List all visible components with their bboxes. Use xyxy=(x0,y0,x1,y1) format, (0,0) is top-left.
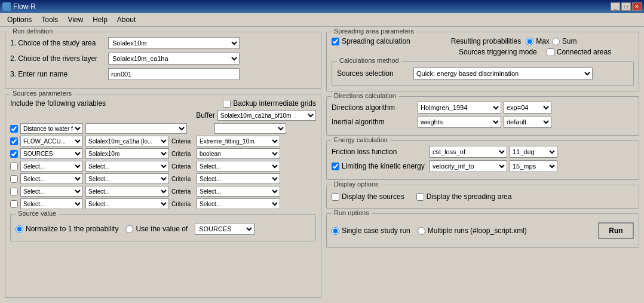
display-sources-checkbox[interactable] xyxy=(332,193,339,201)
limiting-checkbox[interactable] xyxy=(332,163,339,170)
inertial-algo-label: Inertial algorithm xyxy=(332,118,415,126)
inertial-algo-select1[interactable]: weights xyxy=(418,116,501,128)
spreading-calc-checkbox[interactable] xyxy=(332,38,339,45)
spreading-area-title: Spreading area parameters xyxy=(332,27,416,35)
source-col2-4[interactable]: Select... xyxy=(85,173,169,184)
menu-options[interactable]: Options xyxy=(2,14,36,25)
source-col1-3[interactable]: Select... xyxy=(20,161,83,172)
multiple-run-radio[interactable] xyxy=(418,227,425,235)
source-col1-2[interactable]: SOURCES xyxy=(20,148,83,159)
directions-algo-label: Directions algorithm xyxy=(332,103,415,112)
source-col1-0[interactable]: Distance to water flow xyxy=(20,123,83,134)
source-check-3[interactable] xyxy=(10,163,18,170)
source-crit-4[interactable]: Select... xyxy=(197,173,280,184)
source-col2-6[interactable]: Select... xyxy=(85,198,169,209)
source-value-title: Source value xyxy=(16,210,59,217)
energy-calc-title: Energy calculation xyxy=(332,136,390,143)
source-col1-4[interactable]: Select... xyxy=(20,173,83,184)
source-value-group: Source value Normalize to 1 the probabil… xyxy=(10,214,316,241)
directions-algo-select1[interactable]: Holmgren_1994 xyxy=(418,102,501,114)
sources-selection-select[interactable]: Quick: energy based discrimination xyxy=(413,68,593,79)
run-button[interactable]: Run xyxy=(598,222,634,239)
source-crit-2[interactable]: boolean xyxy=(197,148,280,159)
connected-areas-text: Connected areas xyxy=(557,48,611,56)
menu-tools[interactable]: Tools xyxy=(36,14,63,25)
menu-help[interactable]: Help xyxy=(88,14,112,25)
use-value-radio[interactable] xyxy=(125,225,133,233)
source-col2-3[interactable]: Select... xyxy=(85,161,169,172)
resulting-prob-label: Resulting probabilities xyxy=(451,37,521,45)
display-spreading-checkbox[interactable] xyxy=(416,193,424,201)
criteria-label-5: Criteria xyxy=(171,188,194,195)
display-row: Display the sources Display the spreadin… xyxy=(332,190,634,203)
source-row-6: Select... Select... Criteria Select... xyxy=(10,198,316,209)
max-radio[interactable] xyxy=(526,38,533,45)
display-sources-text: Display the sources xyxy=(342,192,404,201)
source-col1-1[interactable]: FLOW_ACCU... xyxy=(20,136,83,146)
use-value-radio-label: Use the value of xyxy=(125,225,188,233)
source-check-4[interactable] xyxy=(10,175,18,183)
inertial-algo-row: Inertial algorithm weights default xyxy=(332,116,634,128)
left-panel: Run definition 1. Choice of the study ar… xyxy=(5,32,321,298)
source-crit-6[interactable]: Select... xyxy=(197,198,280,209)
menu-view[interactable]: View xyxy=(63,14,88,25)
source-crit-5[interactable]: Select... xyxy=(197,186,280,197)
source-check-2[interactable] xyxy=(10,150,18,158)
sum-radio[interactable] xyxy=(552,38,560,45)
source-col2-1[interactable]: Solalex10m_ca1ha (lo... xyxy=(85,136,169,146)
source-crit-1[interactable]: Extreme_fitting_10m xyxy=(197,136,280,146)
buffer-select[interactable]: Solalex10m_ca1ha_bf10m xyxy=(217,110,316,121)
inertial-algo-select2[interactable]: default xyxy=(504,116,551,128)
source-crit-3[interactable]: Select... xyxy=(197,161,280,172)
menu-about[interactable]: About xyxy=(112,14,140,25)
menu-bar: Options Tools View Help About xyxy=(0,13,644,27)
source-col2-0[interactable] xyxy=(85,123,187,134)
run-name-input[interactable] xyxy=(108,68,240,80)
rivers-layer-row: 2. Choice of the rivers layer Solalex10m… xyxy=(10,53,316,65)
run-options-title: Run options xyxy=(332,209,372,216)
friction-loss-row: Friction loss function cst_loss_of 11_de… xyxy=(332,146,634,158)
single-run-radio[interactable] xyxy=(332,227,339,235)
limiting-select2[interactable]: 15_mps xyxy=(510,160,557,172)
source-value-select[interactable]: SOURCES xyxy=(195,223,254,235)
source-check-5[interactable] xyxy=(10,188,18,195)
sources-parameters-title: Sources parameters xyxy=(10,90,74,97)
source-col2-2[interactable]: Solalex10m xyxy=(85,148,169,159)
source-col2-5[interactable]: Select... xyxy=(85,186,169,197)
close-button[interactable]: ✕ xyxy=(632,2,642,11)
connected-areas-checkbox[interactable] xyxy=(547,48,554,56)
calc-method-title: Calculations method xyxy=(337,57,401,64)
source-check-1[interactable] xyxy=(10,137,18,145)
source-row-3: Select... Select... Criteria Select... xyxy=(10,161,316,172)
sources-selection-label: Sources selection xyxy=(337,69,409,78)
source-check-0[interactable] xyxy=(10,125,18,133)
sources-trig-label: Sources triggering mode xyxy=(459,48,537,56)
criteria-label-4: Criteria xyxy=(171,176,194,182)
source-col1-6[interactable]: Select... xyxy=(20,198,83,209)
normalize-radio[interactable] xyxy=(16,225,23,233)
energy-calc-group: Energy calculation Friction loss functio… xyxy=(326,140,639,180)
use-value-label: Use the value of xyxy=(136,225,188,233)
run-definition-title: Run definition xyxy=(10,27,55,35)
rivers-layer-select[interactable]: Solalex10m_ca1ha xyxy=(108,53,240,65)
buffer-label: Buffer xyxy=(196,111,215,120)
friction-loss-select1[interactable]: cst_loss_of xyxy=(430,146,507,158)
criteria-label-1: Criteria xyxy=(171,138,194,145)
study-area-select[interactable]: Solalex10m xyxy=(108,37,240,49)
normalize-radio-label: Normalize to 1 the probability xyxy=(16,225,118,233)
source-check-6[interactable] xyxy=(10,200,18,208)
directions-algo-select2[interactable]: exp=04 xyxy=(504,102,551,114)
source-col1-5[interactable]: Select... xyxy=(20,186,83,197)
normalize-label: Normalize to 1 the probability xyxy=(26,225,118,233)
limiting-select1[interactable]: velocity_inf_to xyxy=(430,160,507,172)
source-row-4: Select... Select... Criteria Select... xyxy=(10,173,316,184)
main-content: Run definition 1. Choice of the study ar… xyxy=(0,27,644,302)
maximize-button[interactable]: □ xyxy=(621,2,631,11)
run-options-group: Run options Single case study run Multip… xyxy=(326,213,639,248)
friction-loss-select2[interactable]: 11_deg xyxy=(510,146,557,158)
buffer-row: Buffer Solalex10m_ca1ha_bf10m xyxy=(10,110,316,121)
source-crit-0[interactable] xyxy=(214,123,286,134)
source-row-5: Select... Select... Criteria Select... xyxy=(10,186,316,197)
minimize-button[interactable]: _ xyxy=(611,2,620,11)
backup-checkbox[interactable] xyxy=(223,100,231,108)
